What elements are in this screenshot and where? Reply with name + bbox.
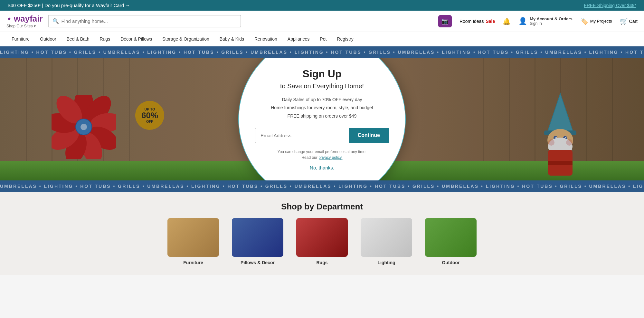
header-icons: 📷 Room Ideas Sale 🔔 👤 My Account & Order… [438,15,638,27]
shop-sites-dropdown[interactable]: Shop Our Sites ▾ [6,24,43,28]
cart-nav[interactable]: 🛒 Cart [620,17,638,25]
ticker-text: LIGHTING • HOT TUBS • GRILLS • UMBRELLAS… [0,50,440,55]
free-shipping-link[interactable]: FREE Shipping Over $49* [584,3,636,8]
nav-item-decor[interactable]: Décor & Pillows [115,32,157,46]
top-banner: $40 OFF $250³ | Do you pre-qualify for a… [0,0,644,11]
no-thanks-button[interactable]: No, thanks. [310,165,334,170]
privacy-note: You can change your email preferences at… [278,149,366,154]
account-nav[interactable]: 👤 My Account & Orders Sign In [518,16,572,26]
search-bar: 🔍 [48,15,241,27]
ticker-text-2: LIGHTING • HOT TUBS • GRILLS • UMBRELLAS… [442,50,644,55]
rugs-image [296,218,348,257]
logo-star-icon: ✦ [6,15,12,23]
account-label: My Account & Orders [530,16,572,21]
bottom-ticker: UMBRELLAS • LIGHTING • HOT TUBS • GRILLS… [0,180,644,192]
cart-icon: 🛒 [620,17,628,25]
room-ideas-label: Room Ideas [459,19,484,24]
camera-button[interactable]: 📷 [438,15,452,27]
bottom-ticker-text-2: UMBRELLAS • LIGHTING • HOT TUBS • GRILLS… [589,184,644,189]
logo-text[interactable]: wayfair [14,14,43,24]
account-person-icon: 👤 [518,17,527,25]
furniture-image [167,218,219,257]
nav-item-furniture[interactable]: Furniture [6,32,35,46]
dept-label-pillows: Pillows & Decor [241,260,275,265]
nav-item-rugs[interactable]: Rugs [94,32,115,46]
bottom-ticker-text: UMBRELLAS • LIGHTING • HOT TUBS • GRILLS… [0,184,587,189]
note-text: You can change your email preferences at… [278,149,366,154]
logo[interactable]: ✦ wayfair [6,14,43,24]
shop-by-department: Shop by Department Furniture Pillows & D… [0,192,644,275]
read-our-label: Read our [301,155,317,160]
dept-label-rugs: Rugs [317,260,328,265]
lighting-image [361,218,412,257]
nav-item-registry[interactable]: Registry [332,32,358,46]
signup-modal: Sign Up to Save on Everything Home! Dail… [238,58,406,180]
feature-1: Daily Sales of up to 70% OFF every day [271,96,373,104]
privacy-policy-link[interactable]: privacy policy. [318,155,342,160]
feature-2: Home furnishings for every room, style, … [271,104,373,112]
modal-subtitle: to Save on Everything Home! [280,82,364,90]
notifications-bell-icon[interactable]: 🔔 [503,17,511,25]
nav-item-bed-bath[interactable]: Bed & Bath [62,32,95,46]
dept-item-rugs[interactable]: Rugs [296,218,348,265]
feature-3: FREE shipping on orders over $49 [271,112,373,120]
sign-in-label[interactable]: Sign In [530,21,572,26]
header: ✦ wayfair Shop Our Sites ▾ 🔍 📷 Room Idea… [0,11,644,32]
promo-text[interactable]: $40 OFF $250³ | Do you pre-qualify for a… [8,3,130,8]
outdoor-image [425,218,477,257]
logo-area: ✦ wayfair Shop Our Sites ▾ [6,14,43,28]
dept-item-pillows[interactable]: Pillows & Decor [232,218,283,265]
main-nav: Furniture Outdoor Bed & Bath Rugs Décor … [0,32,644,46]
dept-grid: Furniture Pillows & Decor Rugs Lighting … [6,218,638,265]
nav-item-storage[interactable]: Storage & Organization [157,32,214,46]
modal-overlay: Sign Up to Save on Everything Home! Dail… [0,58,644,180]
sale-badge: Sale [486,19,495,24]
projects-label: My Projects [590,19,612,24]
dept-label-outdoor: Outdoor [442,260,459,265]
dept-label-lighting: Lighting [377,260,395,265]
search-input[interactable] [62,18,237,24]
dept-item-lighting[interactable]: Lighting [361,218,412,265]
room-ideas-nav[interactable]: Room Ideas Sale [459,19,495,24]
search-icon: 🔍 [52,18,59,24]
email-row: Continue [255,128,389,143]
projects-heart-icon: 🏷️ [580,17,588,25]
continue-button[interactable]: Continue [349,128,389,143]
nav-item-pet[interactable]: Pet [315,32,332,46]
nav-item-baby[interactable]: Baby & Kids [214,32,249,46]
modal-features: Daily Sales of up to 70% OFF every day H… [271,96,373,120]
nav-item-renovation[interactable]: Renovation [249,32,282,46]
projects-nav[interactable]: 🏷️ My Projects [580,17,612,25]
dept-item-furniture[interactable]: Furniture [167,218,219,265]
pillows-image [232,218,283,257]
shop-dept-title: Shop by Department [6,202,638,212]
nav-item-appliances[interactable]: Appliances [282,32,315,46]
account-area: My Account & Orders Sign In [530,16,572,26]
dept-item-outdoor[interactable]: Outdoor [425,218,477,265]
privacy-link-row: Read our privacy policy. [301,155,342,160]
modal-title: Sign Up [303,68,342,80]
nav-item-outdoor[interactable]: Outdoor [35,32,62,46]
cart-label: Cart [629,19,638,24]
top-ticker: LIGHTING • HOT TUBS • GRILLS • UMBRELLAS… [0,46,644,58]
dept-label-furniture: Furniture [183,260,203,265]
hero-section: UP TO 60% OFF [0,58,644,180]
email-input[interactable] [255,128,349,143]
